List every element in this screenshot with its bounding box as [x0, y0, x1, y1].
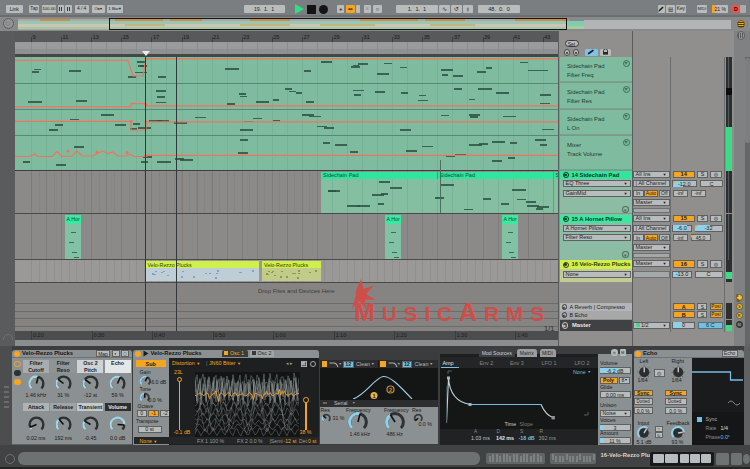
svg-text:1: 1 [372, 393, 375, 399]
svg-text:MUSICARMS: MUSICARMS [354, 298, 551, 326]
svg-text:2: 2 [389, 387, 392, 393]
